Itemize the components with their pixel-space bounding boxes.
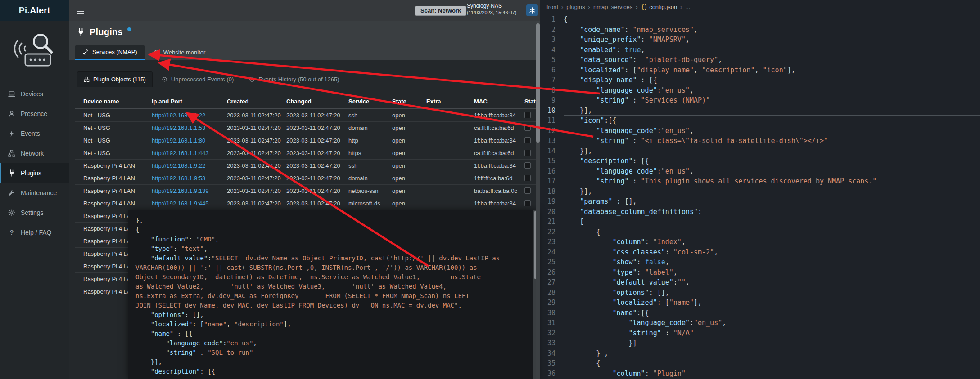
line-content: {	[564, 14, 980, 25]
editor-line[interactable]: 32 "string" : "N/A"	[540, 328, 980, 339]
ip-port-link[interactable]: http://192.168.1.9:53	[152, 175, 205, 182]
column-header-service[interactable]: Service	[345, 94, 388, 109]
editor-line[interactable]: 10 }],	[540, 106, 980, 116]
ip-port-link[interactable]: http://192.168.1.1:443	[152, 150, 209, 156]
brand-link[interactable]: Pi.Alert	[0, 0, 69, 21]
status-checkbox[interactable]	[524, 200, 531, 206]
sidebar-item-settings[interactable]: Settings	[0, 203, 69, 223]
editor-line[interactable]: 23 "column": "Index",	[540, 237, 980, 247]
status-checkbox[interactable]	[524, 125, 531, 131]
editor-line[interactable]: 22 {	[540, 227, 980, 237]
column-header-state[interactable]: State	[388, 94, 423, 109]
line-number: 7	[540, 75, 564, 85]
editor-line[interactable]: 20 "database_column_definitions":	[540, 207, 980, 217]
status-checkbox[interactable]	[524, 162, 531, 169]
line-number: 19	[540, 196, 564, 207]
editor-line[interactable]: 24 "css_classes": "col-sm-2",	[540, 247, 980, 258]
subtab-plugin-objects-115[interactable]: Plugin Objects (115)	[77, 71, 153, 87]
sidebar-item-help-faq[interactable]: ?Help / FAQ	[0, 223, 69, 242]
breadcrumb-item-[interactable]: ...	[686, 4, 691, 10]
editor-line[interactable]: 28 "options": [],	[540, 288, 980, 298]
column-header-ip-and-port[interactable]: Ip and Port	[148, 94, 223, 109]
editor-line[interactable]: 16 "language_code":"en_us",	[540, 166, 980, 177]
editor-line[interactable]: 1{	[540, 14, 980, 25]
breadcrumb-item-nmap-services[interactable]: nmap_services	[593, 4, 632, 10]
editor-line[interactable]: 12 "language_code":"en_us",	[540, 126, 980, 136]
status-checkbox[interactable]	[524, 175, 531, 181]
subtab-unprocessed-events-0[interactable]: Unprocessed Events (0)	[155, 72, 240, 87]
editor-line[interactable]: 11 "icon":[{	[540, 116, 980, 126]
ip-port-cell: http://192.168.1.1:80	[148, 134, 223, 147]
line-number: 18	[540, 187, 564, 197]
editor-line[interactable]: 14 }],	[540, 146, 980, 156]
editor-line[interactable]: 17 "string" : "This plugin shows all ser…	[540, 176, 980, 187]
editor-line[interactable]: 27 "default_value":"",	[540, 277, 980, 288]
editor-line[interactable]: 4 "enabled": true,	[540, 45, 980, 55]
hamburger-menu-icon[interactable]	[77, 7, 84, 15]
editor-line[interactable]: 8 "language_code":"en_us",	[540, 85, 980, 96]
editor-line[interactable]: 9 "string" : "Services (NMAP)"	[540, 95, 980, 106]
state-cell: open	[388, 197, 423, 210]
column-header-changed[interactable]: Changed	[283, 94, 345, 109]
editor-line[interactable]: 35 {	[540, 358, 980, 369]
sidebar-item-plugins[interactable]: Plugins	[0, 163, 69, 183]
tab-services-nmap[interactable]: Services (NMAP)	[75, 45, 145, 60]
status-checkbox[interactable]	[524, 150, 531, 156]
breadcrumb-item-front[interactable]: front	[546, 4, 558, 10]
column-header-status[interactable]: Status	[521, 94, 536, 109]
line-content: "params" : [],	[564, 196, 980, 207]
breadcrumb-item-config-json[interactable]: {}config.json	[641, 4, 677, 10]
column-header-extra[interactable]: Extra	[423, 94, 470, 109]
editor-line[interactable]: 18 }],	[540, 187, 980, 197]
editor-line[interactable]: 19 "params" : [],	[540, 196, 980, 207]
editor-line[interactable]: 25 "show": false,	[540, 257, 980, 268]
sql-config-popup[interactable]: },{ "function": "CMD", "type": "text", "…	[128, 210, 537, 379]
editor-line[interactable]: 2 "code_name": "nmap_services",	[540, 25, 980, 35]
tab-website-monitor[interactable]: Website monitor	[146, 45, 213, 60]
sidebar-item-devices[interactable]: Devices	[0, 84, 69, 104]
status-checkbox[interactable]	[524, 137, 531, 143]
line-number: 13	[540, 136, 564, 146]
snowflake-icon[interactable]	[526, 4, 538, 16]
editor-line[interactable]: 21 [	[540, 217, 980, 227]
ip-port-link[interactable]: http://192.168.1.9:22	[152, 162, 205, 169]
line-content: "css_classes": "col-sm-2",	[564, 247, 980, 258]
ip-port-link[interactable]: http://192.168.1.1:22	[152, 112, 205, 119]
created-cell: 2023-03-11 02:47:20	[223, 197, 283, 210]
ip-port-link[interactable]: http://192.168.1.9:139	[152, 187, 209, 194]
editor-line[interactable]: 36 "column": "Plugin"	[540, 369, 980, 379]
app-scrollbar-thumb[interactable]	[536, 23, 540, 143]
app-scrollbar[interactable]	[536, 21, 540, 379]
editor-line[interactable]: 3 "unique_prefix": "NMAPSRV",	[540, 35, 980, 45]
editor-line[interactable]: 7 "display_name" : [{	[540, 75, 980, 85]
ip-port-link[interactable]: http://192.168.1.9:445	[152, 200, 209, 207]
editor-code-area[interactable]: 1{2 "code_name": "nmap_services",3 "uniq…	[540, 13, 980, 379]
ip-port-link[interactable]: http://192.168.1.1:80	[152, 137, 205, 144]
sidebar-item-presence[interactable]: Presence	[0, 104, 69, 124]
ip-port-link[interactable]: http://192.168.1.1:53	[152, 125, 205, 131]
column-header-device-name[interactable]: Device name	[75, 94, 148, 109]
editor-line[interactable]: 26 "type": "label",	[540, 268, 980, 278]
editor-line[interactable]: 31 "language_code":"en_us",	[540, 318, 980, 328]
editor-line[interactable]: 13 "string" : "<i class=\"fa-solid fa-sa…	[540, 136, 980, 146]
state-cell: open	[388, 147, 423, 159]
sidebar-item-network[interactable]: Network	[0, 143, 69, 163]
status-checkbox[interactable]	[524, 187, 531, 194]
line-number: 29	[540, 298, 564, 308]
sidebar-item-maintenance[interactable]: Maintenance	[0, 183, 69, 203]
editor-line[interactable]: 33 }]	[540, 338, 980, 348]
column-header-mac[interactable]: MAC	[470, 94, 521, 109]
editor-line[interactable]: 15 "description": [{	[540, 156, 980, 166]
editor-line[interactable]: 34 } ,	[540, 348, 980, 359]
status-checkbox[interactable]	[524, 112, 531, 118]
subtab-events-history-50-out-of-1265[interactable]: Events History (50 out of 1265)	[243, 72, 345, 87]
breadcrumb-item-plugins[interactable]: plugins	[566, 4, 585, 10]
column-header-created[interactable]: Created	[223, 94, 283, 109]
editor-line[interactable]: 6 "localized": ["display_name", "descrip…	[540, 65, 980, 76]
editor-line[interactable]: 29 "localized": ["name"],	[540, 298, 980, 308]
editor-line[interactable]: 5 "data_source": "pialert-db-query",	[540, 55, 980, 65]
editor-line[interactable]: 30 "name":[{	[540, 308, 980, 318]
sidebar-item-events[interactable]: Events	[0, 124, 69, 143]
line-content: "display_name" : [{	[564, 75, 980, 85]
title-help-dot[interactable]	[127, 27, 131, 31]
